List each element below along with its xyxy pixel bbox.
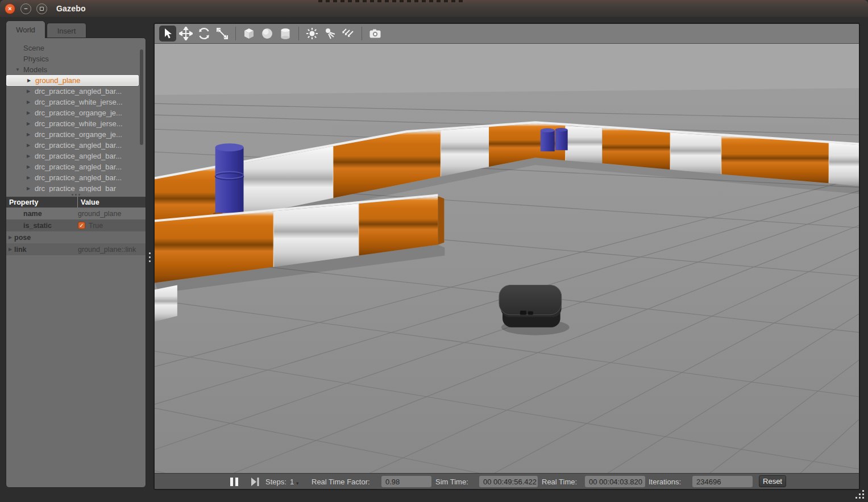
tree-item-model[interactable]: ▶ drc_practice_white_jerse...	[6, 97, 146, 107]
panel-splitter-handle[interactable]	[6, 192, 146, 197]
blue-barrels[interactable]	[541, 128, 568, 151]
blue-cylinder-stack[interactable]	[213, 143, 246, 217]
tree-item-model[interactable]: ▶ drc_practice_angled_bar...	[6, 161, 146, 172]
scale-icon	[215, 27, 229, 40]
sim-time-field[interactable]: 00 00:49:56.422	[479, 476, 538, 487]
expand-icon[interactable]: ▶	[6, 235, 14, 240]
rotate-tool[interactable]	[196, 26, 213, 42]
expand-icon[interactable]: ▶	[27, 121, 35, 126]
robot-model[interactable]	[499, 285, 570, 335]
reset-button[interactable]: Reset	[759, 475, 786, 487]
tree-item-models[interactable]: ▼ Models	[6, 64, 146, 75]
step-forward-icon	[251, 478, 259, 486]
maximize-button[interactable]	[36, 3, 47, 14]
sim-time-label: Sim Time:	[435, 474, 468, 489]
gazebo-window: × − Gazebo Insert World Scene Physics ▼ …	[0, 0, 868, 502]
model-tree[interactable]: Scene Physics ▼ Models ▶ ground_plane ▶ …	[6, 38, 146, 192]
insert-box-tool[interactable]	[240, 26, 258, 42]
value-column-header: Value	[78, 197, 146, 208]
rotate-icon	[197, 27, 211, 40]
point-light-icon	[305, 27, 319, 40]
is-static-checkbox[interactable]: ✓	[78, 222, 85, 229]
render-toolbar	[155, 24, 859, 44]
property-row-link[interactable]: ▶ link ground_plane::link	[6, 243, 146, 255]
tree-item-scene[interactable]: Scene	[6, 43, 146, 53]
screenshot-tool[interactable]	[367, 26, 384, 42]
tree-item-model[interactable]: ▶ drc_practice_angled_bar...	[6, 140, 146, 151]
sphere-icon	[260, 27, 274, 40]
steps-value[interactable]: 1	[290, 474, 294, 489]
tree-item-model[interactable]: ▶ drc_practice_organge_je...	[6, 129, 146, 140]
toolbar-separator	[235, 27, 236, 40]
expand-icon[interactable]: ▶	[27, 143, 35, 148]
playback-statusbar: Steps: 1 ▾ Real Time Factor: 0.98 Sim Ti…	[155, 473, 859, 489]
expand-icon[interactable]: ▶	[27, 110, 35, 115]
tree-item-model[interactable]: ▶ drc_practice_white_jerse...	[6, 118, 146, 129]
select-arrow-icon	[161, 27, 174, 40]
select-arrow-tool[interactable]	[159, 26, 176, 42]
tree-item-model[interactable]: ▶ drc_practice_angled_bar	[6, 183, 146, 192]
directional-light-tool[interactable]	[340, 26, 357, 42]
screenshot-camera-icon	[368, 27, 382, 40]
tab-insert[interactable]: Insert	[47, 23, 86, 38]
step-forward-button[interactable]	[251, 474, 259, 489]
point-light-tool[interactable]	[304, 26, 321, 42]
background-window-sliver	[318, 0, 466, 2]
expand-icon[interactable]: ▶	[27, 164, 35, 169]
expand-icon[interactable]: ▶	[27, 78, 35, 83]
tree-item-model[interactable]: ▶ drc_practice_organge_je...	[6, 107, 146, 118]
spot-light-tool[interactable]	[322, 26, 339, 42]
rtf-label: Real Time Factor:	[312, 474, 370, 489]
tree-item-model[interactable]: ▶ drc_practice_angled_bar...	[6, 86, 146, 97]
box-icon	[242, 27, 256, 40]
property-column-header: Property	[6, 197, 78, 208]
property-row-name[interactable]: name ground_plane	[6, 208, 146, 219]
tree-scrollbar[interactable]	[140, 49, 143, 145]
expand-icon[interactable]: ▶	[27, 153, 35, 159]
viewport-frame: Steps: 1 ▾ Real Time Factor: 0.98 Sim Ti…	[153, 23, 860, 490]
expand-icon[interactable]: ▶	[6, 247, 14, 252]
titlebar[interactable]: × − Gazebo	[0, 0, 868, 17]
spot-light-icon	[323, 27, 337, 40]
tree-item-model[interactable]: ▶ drc_practice_angled_bar...	[6, 172, 146, 183]
expand-icon[interactable]: ▼	[15, 67, 23, 72]
expand-icon[interactable]: ▶	[27, 99, 35, 105]
scale-tool[interactable]	[214, 26, 231, 42]
expand-icon[interactable]: ▶	[27, 132, 35, 137]
panel-viewport-splitter[interactable]	[146, 20, 153, 490]
expand-icon[interactable]: ▶	[27, 186, 35, 191]
close-button[interactable]: ×	[5, 3, 15, 14]
real-time-field[interactable]: 00 00:04:03.820	[585, 476, 645, 487]
real-time-label: Real Time:	[542, 474, 577, 489]
world-panel: Scene Physics ▼ Models ▶ ground_plane ▶ …	[6, 38, 146, 488]
steps-label: Steps:	[265, 474, 286, 489]
tree-item-ground-plane[interactable]: ▶ ground_plane	[6, 75, 139, 86]
tree-item-model[interactable]: ▶ drc_practice_angled_bar...	[6, 151, 146, 161]
tree-item-physics[interactable]: Physics	[6, 53, 146, 64]
minimize-button[interactable]: −	[20, 3, 31, 14]
property-row-pose[interactable]: ▶ pose	[6, 231, 146, 243]
iterations-label: Iterations:	[649, 474, 681, 489]
translate-icon	[179, 27, 193, 40]
iterations-field[interactable]: 234696	[692, 476, 753, 487]
rtf-field[interactable]: 0.98	[381, 476, 431, 487]
insert-sphere-tool[interactable]	[259, 26, 276, 42]
directional-light-icon	[342, 27, 355, 40]
property-table: Property Value name ground_plane is_stat…	[6, 197, 146, 255]
resize-grip[interactable]	[855, 490, 865, 500]
expand-icon[interactable]: ▶	[27, 175, 35, 180]
cylinder-icon	[279, 27, 292, 40]
insert-cylinder-tool[interactable]	[277, 26, 294, 42]
tab-world[interactable]: World	[6, 20, 45, 38]
render-viewport[interactable]	[155, 44, 859, 473]
toolbar-separator	[298, 27, 299, 40]
property-row-is-static[interactable]: is_static ✓ True	[6, 219, 146, 231]
steps-dropdown-icon[interactable]: ▾	[296, 475, 299, 490]
translate-tool[interactable]	[177, 26, 194, 42]
pause-button[interactable]	[230, 474, 240, 489]
toolbar-separator	[362, 27, 362, 40]
scene-3d[interactable]	[155, 44, 859, 473]
expand-icon[interactable]: ▶	[27, 89, 35, 94]
window-title: Gazebo	[56, 4, 86, 13]
